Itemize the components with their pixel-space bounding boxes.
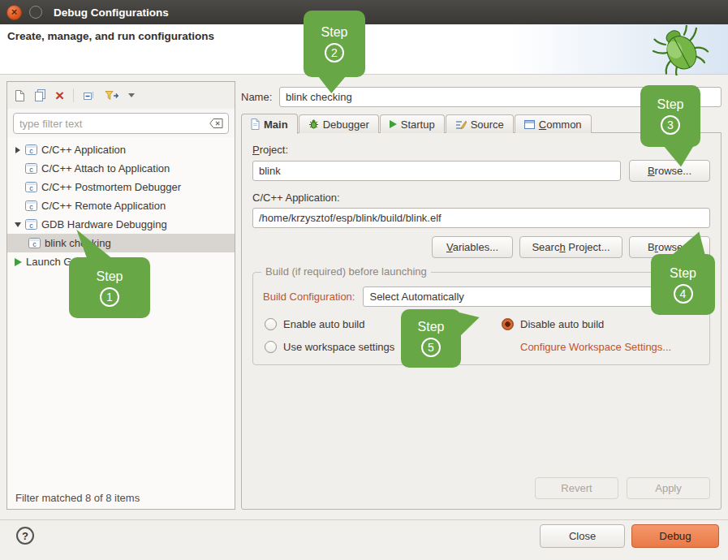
expand-arrow-icon[interactable] <box>12 147 24 153</box>
project-label: Project: <box>252 144 710 156</box>
radio-selected-icon[interactable] <box>502 318 514 330</box>
build-group-title: Build (if required) before launching <box>261 265 431 278</box>
filter-input[interactable] <box>13 113 229 134</box>
cpp-app-icon: c <box>25 200 37 211</box>
radio-use-workspace-settings[interactable]: Use workspace settings <box>265 341 502 353</box>
filter-icon[interactable] <box>105 90 119 101</box>
cpp-app-icon: c <box>25 219 37 230</box>
variables-button[interactable]: Variables... <box>432 236 513 258</box>
close-button[interactable]: Close <box>540 524 625 548</box>
step-2-callout: Step 2 <box>304 11 365 77</box>
main-tab-content: Project: Browse... C/C++ Application: Va… <box>241 132 722 510</box>
debugger-tab-icon <box>308 119 319 130</box>
tree-item-cpp-attach[interactable]: c C/C++ Attach to Application <box>7 159 235 178</box>
delete-icon[interactable]: × <box>55 89 64 101</box>
tree-item-cpp-postmortem[interactable]: c C/C++ Postmortem Debugger <box>7 178 235 196</box>
build-configuration-label: Build Configuration: <box>263 291 355 303</box>
radio-disable-auto-build[interactable]: Disable auto build <box>502 318 700 330</box>
radio-icon[interactable] <box>265 318 277 330</box>
application-label: C/C++ Application: <box>252 192 710 204</box>
cpp-app-icon: c <box>28 238 41 248</box>
tab-common[interactable]: Common <box>515 114 592 133</box>
collapse-all-icon[interactable] <box>83 90 96 101</box>
svg-text:c: c <box>29 166 33 174</box>
main-tab-icon <box>251 118 260 130</box>
application-input[interactable] <box>252 208 710 228</box>
footer-separator <box>0 519 728 520</box>
cpp-app-icon: c <box>25 163 37 174</box>
revert-button[interactable]: Revert <box>535 477 618 499</box>
step-1-callout: Step 1 <box>69 257 150 318</box>
source-tab-icon <box>455 119 467 130</box>
svg-text:c: c <box>32 240 37 248</box>
configurations-toolbar: × <box>7 82 235 109</box>
project-input[interactable] <box>252 161 621 181</box>
dialog-header-title: Create, manage, and run configurations <box>7 30 214 42</box>
window-restore-button[interactable] <box>29 6 42 19</box>
window-close-button[interactable]: × <box>6 5 22 20</box>
common-tab-icon <box>524 120 535 129</box>
filter-status-text: Filter matched 8 of 8 items <box>7 487 235 509</box>
step-4-callout: Step 4 <box>651 254 715 315</box>
svg-text:c: c <box>29 184 33 192</box>
tab-source[interactable]: Source <box>446 114 514 133</box>
build-options-group: Build (if required) before launching Bui… <box>252 272 710 365</box>
help-button[interactable]: ? <box>16 527 34 545</box>
clear-filter-icon[interactable] <box>209 118 223 128</box>
tree-item-cpp-remote[interactable]: c C/C++ Remote Application <box>7 196 235 215</box>
tab-debugger[interactable]: Debugger <box>299 114 379 133</box>
configure-workspace-settings-link[interactable]: Configure Workspace Settings... <box>520 341 671 353</box>
toolbar-separator <box>73 88 74 102</box>
startup-tab-icon <box>390 120 397 128</box>
name-label: Name: <box>241 91 279 103</box>
cpp-app-icon: c <box>25 144 37 155</box>
bug-icon <box>650 25 712 75</box>
svg-text:c: c <box>29 203 33 211</box>
debug-button[interactable]: Debug <box>631 524 719 548</box>
radio-icon[interactable] <box>265 341 277 353</box>
svg-text:c: c <box>29 222 33 230</box>
new-configuration-icon[interactable] <box>15 89 25 102</box>
build-configuration-select[interactable]: Select Automatically <box>363 286 700 307</box>
tab-main[interactable]: Main <box>241 114 298 134</box>
tree-item-blink-checking[interactable]: c blink checking <box>7 234 235 252</box>
tree-item-gdb-hardware-debugging[interactable]: c GDB Hardware Debugging <box>7 215 235 234</box>
tree-item-cpp-application[interactable]: c C/C++ Application <box>7 140 235 159</box>
collapse-arrow-icon[interactable] <box>12 222 24 227</box>
window-title: Debug Configurations <box>54 6 169 19</box>
toolbar-menu-caret-icon[interactable] <box>128 93 135 97</box>
filter-area <box>7 109 235 137</box>
launch-group-icon <box>12 258 24 266</box>
cpp-app-icon: c <box>25 182 37 192</box>
tab-startup[interactable]: Startup <box>380 114 445 133</box>
project-browse-button[interactable]: Browse... <box>629 160 710 182</box>
step-5-callout: Step 5 <box>401 309 461 368</box>
apply-button[interactable]: Apply <box>627 477 710 499</box>
debug-configurations-dialog: × Debug Configurations Create, manage, a… <box>0 0 728 560</box>
duplicate-icon[interactable] <box>34 89 46 102</box>
svg-text:c: c <box>29 147 33 155</box>
step-3-callout: Step 3 <box>640 85 700 147</box>
search-project-button[interactable]: Search Project... <box>519 236 622 258</box>
